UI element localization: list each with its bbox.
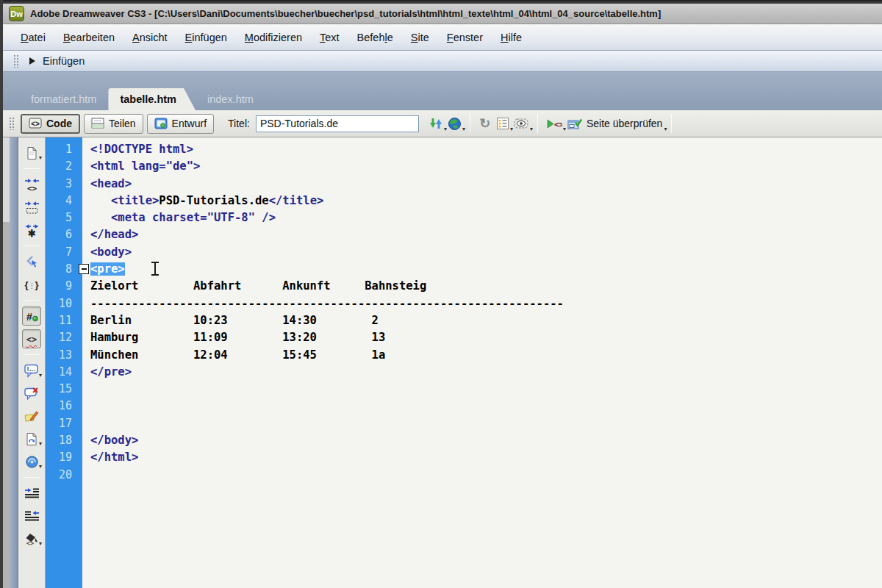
- collapse-full-tag-button[interactable]: <>: [22, 175, 41, 194]
- recent-snippets-button[interactable]: ▾: [22, 429, 41, 448]
- menu-item-einfgen[interactable]: Einfügen: [176, 27, 236, 48]
- code-line-10[interactable]: ----------------------------------------…: [90, 295, 882, 312]
- menu-item-datei[interactable]: Datei: [12, 27, 54, 48]
- code-line-8[interactable]: <pre>: [90, 261, 882, 278]
- code-text: [90, 211, 111, 224]
- menu-item-text[interactable]: Text: [311, 27, 348, 48]
- refresh-icon: ↻: [479, 115, 490, 132]
- dropdown-arrow-icon[interactable]: ▾: [530, 126, 533, 132]
- line-number-12: 12: [46, 329, 82, 346]
- highlight-invalid-code-button[interactable]: <>: [22, 329, 41, 348]
- collapse-selection-button[interactable]: [22, 198, 41, 217]
- code-text: ----------------------------------------…: [90, 297, 564, 310]
- svg-text:!…: !…: [26, 365, 35, 373]
- view-options-button[interactable]: ▾: [494, 114, 512, 133]
- code-line-2[interactable]: <html lang="de">: [90, 158, 882, 175]
- code-line-3[interactable]: <head>: [90, 176, 882, 193]
- code-fold-toggle[interactable]: [79, 264, 89, 274]
- open-documents-button[interactable]: ▾: [22, 143, 41, 162]
- code-line-4[interactable]: <title>PSD-Tutorials.de</title>: [90, 193, 882, 209]
- code-line-1[interactable]: <!DOCTYPE html>: [90, 141, 882, 158]
- code-view-button[interactable]: <>Code: [21, 114, 80, 134]
- teilen-view-button[interactable]: Teilen: [84, 114, 143, 134]
- code-line-20[interactable]: [90, 467, 882, 484]
- apply-comment-button[interactable]: !…▾: [22, 361, 41, 380]
- preview-browser-button[interactable]: ▾: [445, 114, 464, 133]
- code-text: Hamburg 11:09 13:20 13: [90, 331, 385, 344]
- indent-code-button[interactable]: [22, 484, 41, 503]
- indent-code-icon: [24, 487, 40, 500]
- tab-index-htm[interactable]: index.htm: [196, 88, 265, 110]
- code-view-icon: <>: [29, 118, 43, 129]
- code-line-11[interactable]: Berlin 10:23 14:30 2: [90, 312, 882, 329]
- move-css-button[interactable]: ▾: [22, 452, 41, 471]
- dropdown-arrow-icon[interactable]: ▾: [462, 126, 465, 132]
- menu-item-bearbeiten[interactable]: Bearbeiten: [54, 27, 123, 48]
- balance-braces-icon: {⋮}: [24, 278, 38, 291]
- code-text: PSD-Tutorials.de: [159, 194, 268, 207]
- validate-markup-button[interactable]: <>▾: [544, 114, 564, 133]
- panel-collapse-strip[interactable]: [10, 137, 18, 588]
- code-line-7[interactable]: <body>: [90, 244, 882, 261]
- wrap-tag-button[interactable]: [22, 406, 41, 426]
- code-line-6[interactable]: </head>: [90, 226, 882, 243]
- code-view[interactable]: <!DOCTYPE html><html lang="de"><head> <t…: [82, 137, 882, 588]
- line-number-gutter: 1234567891011121314151617181920: [46, 137, 82, 588]
- tab-formatiert-htm[interactable]: formatiert.htm: [19, 88, 108, 110]
- expand-all-button[interactable]: ✱: [22, 220, 41, 240]
- view-button-label: Entwurf: [172, 118, 207, 129]
- dropdown-arrow-icon[interactable]: ▾: [39, 373, 42, 379]
- html-tag-text: <title>: [111, 194, 159, 207]
- outdent-code-button[interactable]: [22, 506, 41, 526]
- insert-toolbar[interactable]: Einfügen: [3, 51, 882, 72]
- code-text: Zielort Abfahrt Ankunft Bahnsteig: [90, 279, 426, 293]
- code-line-16[interactable]: [90, 398, 882, 415]
- line-numbers-button[interactable]: #: [22, 306, 41, 326]
- code-line-14[interactable]: </pre>: [90, 364, 882, 381]
- document-title-input[interactable]: [256, 115, 419, 132]
- tab-tabelle-htm[interactable]: tabelle.htm: [108, 88, 196, 110]
- file-management-button[interactable]: ▾: [426, 114, 445, 133]
- check-page-button[interactable]: ▾Seite überprüfen: [564, 114, 666, 133]
- format-source-code-icon: <>: [25, 532, 39, 546]
- menu-item-fenster[interactable]: Fenster: [438, 27, 492, 48]
- dropdown-arrow-icon[interactable]: ▾: [39, 464, 42, 470]
- remove-comment-button[interactable]: [22, 384, 41, 403]
- toolbar-drag-handle-icon[interactable]: [9, 117, 15, 130]
- menu-item-modifizieren[interactable]: Modifizieren: [236, 27, 311, 48]
- dropdown-arrow-icon[interactable]: ▾: [39, 541, 42, 547]
- code-line-5[interactable]: <meta charset="UTF-8" />: [90, 209, 882, 226]
- dropdown-arrow-icon[interactable]: ▾: [39, 441, 42, 447]
- expander-triangle-icon[interactable]: [29, 57, 35, 65]
- refresh-button[interactable]: ↻: [476, 114, 494, 133]
- move-css-icon: [25, 455, 39, 469]
- code-line-15[interactable]: [90, 381, 882, 398]
- code-line-18[interactable]: </body>: [90, 432, 882, 449]
- menu-item-hilfe[interactable]: Hilfe: [492, 27, 531, 48]
- code-editor[interactable]: 1234567891011121314151617181920 <!DOCTYP…: [46, 137, 882, 588]
- document-toolbar: <>CodeTeilenEntwurf Titel: ▾▾↻▾▾<>▾▾Seit…: [3, 110, 882, 137]
- dropdown-arrow-icon[interactable]: ▾: [664, 126, 667, 132]
- dropdown-arrow-icon[interactable]: ▾: [39, 155, 42, 161]
- format-source-code-button[interactable]: <>▾: [22, 529, 41, 548]
- entwurf-view-button[interactable]: Entwurf: [147, 114, 214, 134]
- code-line-19[interactable]: </html>: [90, 449, 882, 466]
- balance-braces-button[interactable]: {⋮}: [22, 275, 41, 294]
- minus-icon: [82, 268, 87, 270]
- menu-item-befehle[interactable]: Befehle: [348, 27, 402, 48]
- code-line-17[interactable]: [90, 415, 882, 432]
- insert-toolbar-label: Einfügen: [43, 55, 85, 67]
- select-parent-tag-button[interactable]: [22, 252, 41, 271]
- drag-handle-icon[interactable]: [13, 54, 19, 68]
- code-line-13[interactable]: München 12:04 15:45 1a: [90, 347, 882, 364]
- visual-aids-button[interactable]: ▾: [512, 114, 531, 133]
- dreamweaver-window: Dw Adobe Dreamweaver CS3 - [C:\Users\Dan…: [0, 0, 882, 588]
- line-number-11: 11: [46, 312, 82, 329]
- coding-toolbar: ▾<>✱{⋮}#<>!…▾▾▾<>▾: [18, 137, 46, 588]
- code-line-9[interactable]: Zielort Abfahrt Ankunft Bahnsteig: [90, 278, 882, 295]
- code-line-12[interactable]: Hamburg 11:09 13:20 13: [90, 329, 882, 346]
- line-number-2: 2: [46, 158, 82, 175]
- menu-item-site[interactable]: Site: [402, 27, 438, 48]
- line-number-5: 5: [46, 209, 82, 226]
- menu-item-ansicht[interactable]: Ansicht: [123, 27, 176, 48]
